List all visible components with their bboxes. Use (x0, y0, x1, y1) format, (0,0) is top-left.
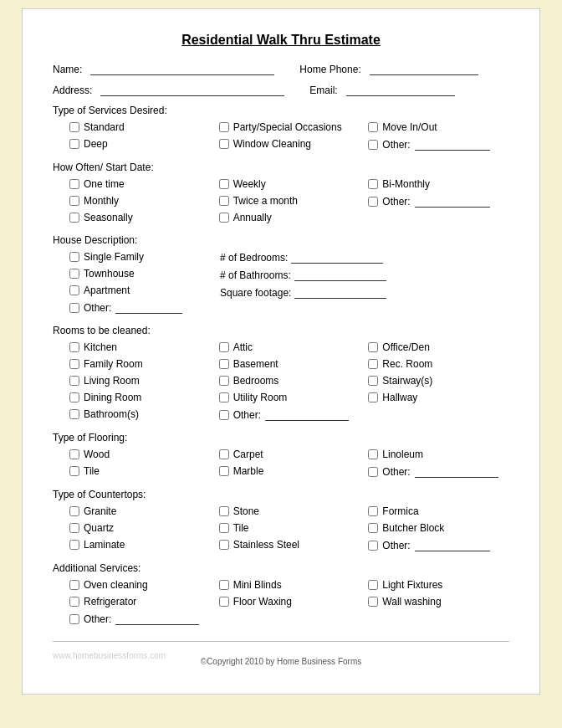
home-phone-label: Home Phone: (299, 64, 360, 75)
sqfootage-input[interactable] (294, 286, 386, 299)
room-bedrooms-checkbox[interactable] (219, 376, 229, 386)
counter-stainless-checkbox[interactable] (219, 540, 229, 550)
house-singlefamily-checkbox[interactable] (69, 252, 79, 262)
add-other-checkbox[interactable] (69, 614, 79, 624)
home-phone-input[interactable] (370, 63, 478, 75)
room-bedrooms-label: Bedrooms (233, 375, 279, 387)
room-hallway-checkbox[interactable] (368, 392, 378, 402)
room-diningroom-label: Dining Room (84, 392, 141, 403)
counter-butcherblock-checkbox[interactable] (368, 523, 378, 533)
floor-wood-checkbox[interactable] (69, 449, 79, 459)
address-input[interactable] (100, 84, 284, 96)
room-recroom-checkbox[interactable] (368, 359, 378, 369)
counter-granite-label: Granite (84, 505, 116, 517)
freq-monthly-checkbox[interactable] (69, 196, 79, 206)
room-bathrooms-checkbox[interactable] (69, 409, 79, 419)
freq-weekly: Weekly (219, 178, 360, 190)
counter-tile-checkbox[interactable] (219, 523, 229, 533)
counter-granite-checkbox[interactable] (69, 506, 79, 516)
add-refrigerator: Refrigerator (69, 596, 211, 608)
counter-other-checkbox[interactable] (368, 541, 378, 551)
service-moveinout-checkbox[interactable] (368, 122, 378, 132)
room-attic-label: Attic (233, 341, 253, 353)
room-stairways-checkbox[interactable] (368, 376, 378, 386)
counter-stone-checkbox[interactable] (219, 506, 229, 516)
room-basement: Basement (219, 358, 360, 370)
counter-quartz-checkbox[interactable] (69, 523, 79, 533)
counter-stainless-label: Stainless Steel (233, 539, 299, 551)
room-familyroom-checkbox[interactable] (69, 359, 79, 369)
bathrooms-input[interactable] (294, 269, 386, 281)
counter-butcherblock: Butcher Block (368, 522, 509, 534)
freq-weekly-checkbox[interactable] (219, 179, 229, 189)
room-hallway: Hallway (368, 392, 509, 403)
freq-onetime-checkbox[interactable] (69, 179, 79, 189)
service-other-input[interactable] (415, 138, 490, 151)
room-kitchen-checkbox[interactable] (69, 342, 79, 352)
freq-other-input[interactable] (415, 195, 490, 208)
howoften-col3: Bi-Monthly Other: (368, 178, 509, 226)
countertops-col1: Granite Quartz Laminate (69, 505, 211, 554)
freq-seasonally-checkbox[interactable] (69, 213, 79, 223)
counter-laminate-checkbox[interactable] (69, 540, 79, 550)
service-moveinout-label: Move In/Out (382, 121, 437, 133)
room-utilityroom-checkbox[interactable] (219, 392, 229, 402)
add-wallwashing: Wall washing (368, 596, 509, 608)
house-apartment-checkbox[interactable] (69, 285, 79, 295)
floor-tile-checkbox[interactable] (69, 466, 79, 476)
freq-other-checkbox[interactable] (368, 197, 378, 207)
add-floorwaxing-checkbox[interactable] (219, 597, 229, 607)
counter-formica-checkbox[interactable] (368, 506, 378, 516)
floor-marble-label: Marble (233, 465, 264, 477)
room-diningroom: Dining Room (69, 392, 211, 403)
add-other-input[interactable] (115, 613, 199, 625)
room-other-checkbox[interactable] (219, 410, 229, 420)
freq-bimonthly-checkbox[interactable] (368, 179, 378, 189)
add-refrigerator-checkbox[interactable] (69, 597, 79, 607)
additional-grid: Oven cleaning Refrigerator Other: Mini B… (69, 579, 509, 628)
house-townhouse-label: Townhouse (84, 268, 135, 279)
floor-linoleum-checkbox[interactable] (368, 449, 378, 459)
room-officeden-checkbox[interactable] (368, 342, 378, 352)
room-basement-checkbox[interactable] (219, 359, 229, 369)
counter-tile: Tile (219, 522, 360, 534)
house-other-input[interactable] (115, 301, 182, 314)
room-utilityroom-label: Utility Room (233, 392, 288, 403)
floor-other-checkbox[interactable] (368, 467, 378, 477)
service-window-checkbox[interactable] (219, 139, 229, 149)
room-familyroom-label: Family Room (84, 358, 143, 370)
howoften-label: How Often/ Start Date: (53, 161, 509, 173)
room-livingroom-checkbox[interactable] (69, 376, 79, 386)
service-standard-checkbox[interactable] (69, 122, 79, 132)
counter-other-input[interactable] (415, 539, 490, 551)
service-party-checkbox[interactable] (219, 122, 229, 132)
counter-other: Other: (368, 539, 509, 551)
floor-other-input[interactable] (415, 465, 498, 478)
page-title: Residential Walk Thru Estimate (53, 33, 509, 48)
room-diningroom-checkbox[interactable] (69, 392, 79, 402)
service-other-label: Other: (382, 139, 410, 151)
floor-tile: Tile (69, 465, 211, 477)
add-lightfixtures-label: Light Fixtures (382, 579, 442, 591)
add-ovencleaning-checkbox[interactable] (69, 580, 79, 590)
floor-marble-checkbox[interactable] (219, 466, 229, 476)
add-wallwashing-checkbox[interactable] (368, 597, 378, 607)
bedrooms-input[interactable] (291, 251, 383, 264)
add-lightfixtures-checkbox[interactable] (368, 580, 378, 590)
service-deep-checkbox[interactable] (69, 139, 79, 149)
floor-carpet-checkbox[interactable] (219, 449, 229, 459)
house-other-checkbox[interactable] (69, 303, 79, 313)
freq-annually-checkbox[interactable] (219, 213, 229, 223)
add-other-label: Other: (84, 613, 111, 625)
freq-twicemonth-checkbox[interactable] (219, 196, 229, 206)
room-attic-checkbox[interactable] (219, 342, 229, 352)
counter-granite: Granite (69, 505, 211, 517)
floor-wood: Wood (69, 449, 211, 460)
room-other-input[interactable] (265, 408, 349, 421)
email-input[interactable] (346, 84, 455, 96)
room-kitchen-label: Kitchen (84, 341, 117, 353)
name-input[interactable] (90, 63, 274, 75)
house-townhouse-checkbox[interactable] (69, 269, 79, 279)
service-other-checkbox[interactable] (368, 140, 378, 150)
add-miniblinds-checkbox[interactable] (219, 580, 229, 590)
